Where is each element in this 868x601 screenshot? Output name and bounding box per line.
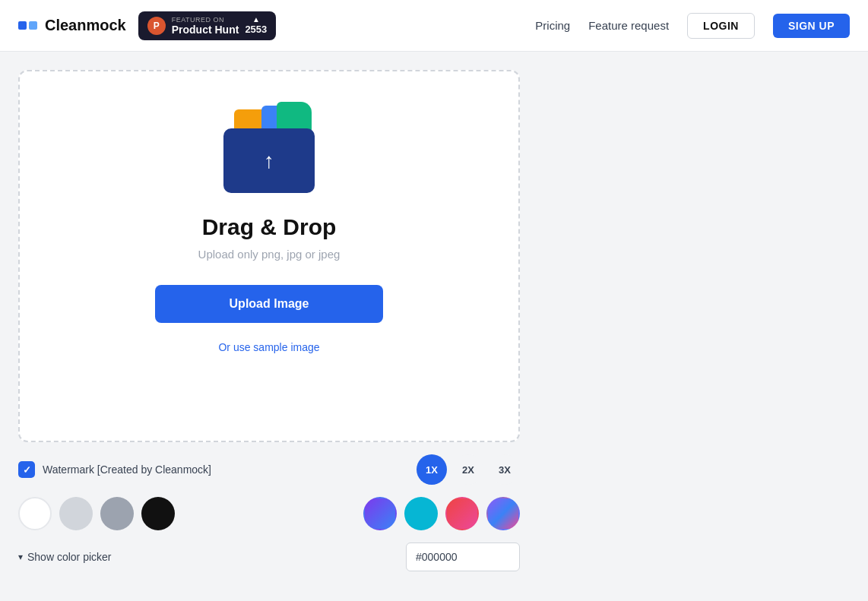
swatch-purple-blue[interactable]	[363, 497, 397, 530]
swatch-black[interactable]	[141, 497, 175, 530]
left-panel: PNG JPG JPG ↑ Drag & Drop Upload only pn…	[18, 70, 520, 571]
logo-text: Cleanmock	[45, 17, 126, 34]
producthunt-badge[interactable]: P FEATURED ON Product Hunt ▲ 2553	[138, 11, 277, 40]
header-left: Cleanmock P FEATURED ON Product Hunt ▲ 2…	[18, 11, 276, 40]
producthunt-number: 2553	[245, 24, 267, 35]
login-button[interactable]: LOGIN	[687, 13, 755, 39]
upload-dropzone[interactable]: PNG JPG JPG ↑ Drag & Drop Upload only pn…	[18, 70, 520, 442]
show-color-picker-label: Show color picker	[27, 551, 112, 563]
nav-feature-request[interactable]: Feature request	[588, 19, 669, 32]
swatch-red-pink[interactable]	[445, 497, 479, 530]
controls-section: ✓ Watermark [Created by Cleanmock] 1X 2X…	[18, 454, 520, 571]
scale-1x-button[interactable]: 1X	[417, 454, 447, 485]
color-picker-row: ▾ Show color picker	[18, 542, 520, 571]
watermark-label: Watermark [Created by Cleanmock]	[43, 463, 211, 476]
file-illustration: PNG JPG JPG ↑	[216, 102, 322, 193]
swatch-gray[interactable]	[100, 497, 134, 530]
drag-drop-title: Drag & Drop	[202, 214, 337, 240]
color-swatches-left	[18, 497, 175, 530]
logo-icon	[18, 21, 37, 30]
scale-buttons: 1X 2X 3X	[417, 454, 520, 485]
color-hex-input[interactable]	[406, 542, 520, 571]
producthunt-featured-label: FEATURED ON	[172, 16, 239, 24]
main-nav: Pricing Feature request LOGIN SIGN UP	[535, 13, 850, 39]
sample-image-link[interactable]: Or use sample image	[218, 341, 319, 353]
swatch-cyan[interactable]	[404, 497, 438, 530]
color-swatches-right	[363, 497, 520, 530]
show-color-picker-toggle[interactable]: ▾ Show color picker	[18, 551, 112, 563]
producthunt-name: Product Hunt	[172, 24, 239, 36]
right-panel	[538, 70, 850, 571]
producthunt-text: FEATURED ON Product Hunt	[172, 16, 239, 36]
scale-3x-button[interactable]: 3X	[489, 454, 520, 485]
logo-square-light	[29, 21, 37, 30]
producthunt-logo: P	[147, 17, 166, 35]
checkbox-check-icon: ✓	[23, 464, 31, 476]
swatch-multi[interactable]	[486, 497, 520, 530]
scale-2x-button[interactable]: 2X	[453, 454, 483, 485]
swatch-light-gray[interactable]	[59, 497, 93, 530]
chevron-down-icon: ▾	[18, 552, 23, 562]
color-row	[18, 497, 520, 530]
upload-arrow-icon: ↑	[264, 150, 274, 172]
logo[interactable]: Cleanmock	[18, 17, 126, 34]
watermark-checkbox[interactable]: ✓	[18, 461, 35, 478]
logo-square-blue	[18, 21, 27, 30]
watermark-left: ✓ Watermark [Created by Cleanmock]	[18, 461, 211, 478]
main-content: PNG JPG JPG ↑ Drag & Drop Upload only pn…	[0, 52, 868, 590]
producthunt-triangle: ▲	[252, 16, 260, 24]
nav-pricing[interactable]: Pricing	[535, 19, 570, 32]
folder-body: ↑	[223, 128, 315, 193]
drag-drop-subtitle: Upload only png, jpg or jpeg	[198, 248, 341, 261]
producthunt-count: ▲ 2553	[245, 16, 267, 35]
watermark-row: ✓ Watermark [Created by Cleanmock] 1X 2X…	[18, 454, 520, 485]
signup-button[interactable]: SIGN UP	[773, 14, 850, 38]
upload-image-button[interactable]: Upload Image	[155, 285, 383, 323]
app-header: Cleanmock P FEATURED ON Product Hunt ▲ 2…	[0, 0, 868, 52]
swatch-white[interactable]	[18, 497, 52, 530]
